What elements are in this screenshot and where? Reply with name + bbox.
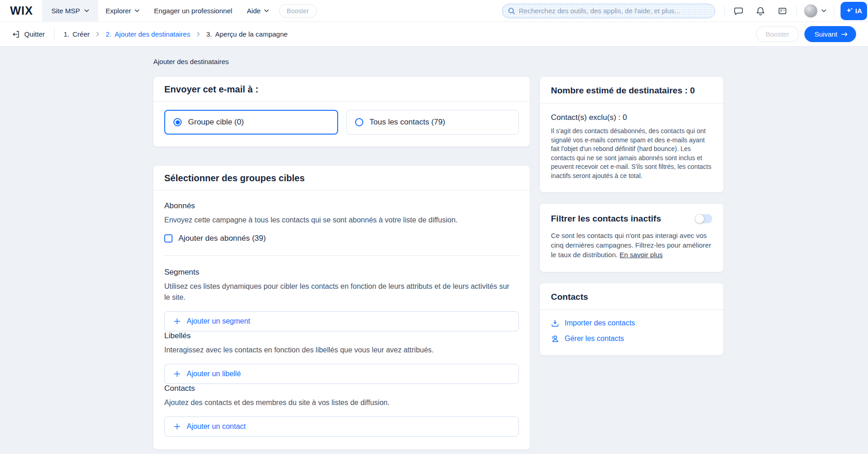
excluded-contacts-count: Contact(s) exclu(s) : 0: [551, 113, 712, 122]
section-title: Segments: [164, 268, 519, 277]
people-icon: [551, 335, 559, 343]
step-add-recipients[interactable]: 2. Ajouter des destinataires: [106, 30, 190, 38]
divider: [724, 5, 725, 16]
filter-inactive-heading: Filtrer les contacts inactifs: [551, 214, 661, 224]
divider: [796, 5, 797, 16]
section-description: Interagissez avec les contacts en foncti…: [164, 345, 512, 356]
radio-unselected-icon: [355, 118, 363, 126]
chevron-down-icon: [821, 9, 826, 12]
campaign-step-bar: Quitter 1. Créer 2. Ajouter des destinat…: [0, 22, 868, 47]
add-subscribers-checkbox-row[interactable]: Ajouter des abonnés (39): [164, 234, 519, 243]
site-menu-label: Site MSP: [51, 7, 80, 15]
radio-selected-icon: [173, 118, 182, 126]
learn-more-link[interactable]: En savoir plus: [620, 251, 663, 259]
estimated-recipients-card: Nombre estimé de destinataires : 0 Conta…: [540, 77, 723, 192]
excluded-contacts-description: Il s'agit des contacts désabonnés, des c…: [551, 127, 712, 180]
step-number: 3.: [206, 30, 212, 38]
toggle-knob: [695, 214, 704, 223]
section-description: Envoyez cette campagne à tous les contac…: [164, 215, 512, 226]
divider: [164, 255, 519, 256]
nav-item-label: Engager un professionnel: [154, 7, 232, 15]
plus-icon: [173, 370, 181, 378]
filter-inactive-description: Ce sont les contacts qui n'ont pas inter…: [551, 231, 712, 259]
booster-button[interactable]: Booster: [756, 26, 799, 42]
chevron-down-icon: [84, 9, 89, 12]
import-contacts-link[interactable]: Importer des contacts: [551, 319, 712, 327]
contacts-heading: Contacts: [551, 292, 712, 302]
add-segment-button[interactable]: Ajouter un segment: [164, 311, 519, 331]
quit-button[interactable]: Quitter: [12, 30, 45, 38]
step-label: Créer: [73, 30, 90, 38]
ai-button[interactable]: IA: [841, 2, 867, 20]
section-subscribers: Abonnés Envoyez cette campagne à tous le…: [164, 201, 519, 243]
search-icon: [508, 7, 515, 15]
search-input[interactable]: [519, 7, 709, 15]
section-title: Libellés: [164, 331, 519, 340]
next-button[interactable]: Suivant: [804, 26, 856, 42]
add-contact-button[interactable]: Ajouter un contact: [164, 416, 519, 437]
divider: [54, 28, 54, 41]
booster-badge[interactable]: Booster: [279, 4, 317, 18]
quit-label: Quitter: [24, 30, 45, 38]
main-content: Ajouter des destinataires Envoyer cet e-…: [0, 47, 868, 449]
recipients-column: Envoyer cet e-mail à : Groupe cible (0) …: [153, 77, 530, 449]
send-to-heading: Envoyer cet e-mail à :: [164, 84, 519, 95]
section-description: Ajoutez des contacts et des membres du s…: [164, 397, 512, 408]
add-button-label: Ajouter un contact: [187, 422, 246, 431]
chevron-right-icon: [197, 32, 200, 37]
sparkle-icon: [846, 7, 853, 15]
contacts-card: Contacts Importer des contacts Gér: [540, 283, 723, 355]
target-groups-card: Sélectionner des groupes cibles Abonnés …: [153, 166, 530, 449]
divider: [834, 5, 834, 16]
section-segments: Segments Utilisez ces listes dynamiques …: [164, 268, 519, 331]
avatar: [804, 4, 818, 18]
account-menu[interactable]: [799, 4, 831, 18]
section-contacts: Contacts Ajoutez des contacts et des mem…: [164, 384, 519, 437]
arrow-right-icon: [841, 32, 848, 37]
chevron-right-icon: [96, 32, 99, 37]
bell-icon[interactable]: [749, 0, 771, 22]
estimated-recipients-heading: Nombre estimé de destinataires : 0: [551, 86, 712, 96]
chat-icon[interactable]: [728, 0, 749, 22]
stepbar-actions: Booster Suivant: [756, 26, 856, 42]
nav-item-help[interactable]: Aide: [240, 0, 276, 22]
import-icon: [551, 319, 559, 327]
topbar-icons: IA: [722, 0, 868, 22]
wix-logo: WIX: [10, 4, 33, 17]
top-nav: Explorer Engager un professionnel Aide: [98, 0, 276, 22]
step-label: Aperçu de la campagne: [215, 30, 287, 38]
section-title: Contacts: [164, 384, 519, 393]
nav-item-label: Explorer: [106, 7, 131, 15]
link-label: Gérer les contacts: [565, 335, 624, 343]
checkbox-unchecked-icon[interactable]: [164, 234, 173, 243]
summary-column: Nombre estimé de destinataires : 0 Conta…: [540, 77, 723, 367]
step-campaign-preview[interactable]: 3. Aperçu de la campagne: [206, 30, 288, 38]
nav-item-label: Aide: [247, 7, 261, 15]
link-label: Importer des contacts: [565, 319, 635, 327]
news-icon[interactable]: [771, 0, 793, 22]
nav-item-hire-professional[interactable]: Engager un professionnel: [147, 0, 240, 22]
manage-contacts-link[interactable]: Gérer les contacts: [551, 335, 712, 343]
step-create[interactable]: 1. Créer: [64, 30, 90, 38]
radio-label: Tous les contacts (79): [370, 118, 445, 127]
nav-item-explorer[interactable]: Explorer: [98, 0, 147, 22]
plus-icon: [173, 423, 181, 430]
plus-icon: [173, 318, 181, 325]
step-number: 2.: [106, 30, 112, 38]
filter-inactive-toggle[interactable]: [695, 214, 712, 223]
add-label-button[interactable]: Ajouter un libellé: [164, 364, 519, 384]
next-button-label: Suivant: [814, 30, 837, 38]
top-bar: WIX Site MSP Explorer Engager un profess…: [0, 0, 868, 22]
send-to-card: Envoyer cet e-mail à : Groupe cible (0) …: [153, 77, 530, 146]
section-title: Abonnés: [164, 201, 519, 211]
target-groups-heading: Sélectionner des groupes cibles: [164, 173, 519, 184]
radio-target-group[interactable]: Groupe cible (0): [164, 110, 338, 135]
chevron-down-icon: [135, 9, 140, 12]
page-title: Ajouter des destinataires: [153, 58, 868, 65]
radio-label: Groupe cible (0): [188, 118, 244, 127]
site-menu[interactable]: Site MSP: [42, 0, 98, 22]
radio-all-contacts[interactable]: Tous les contacts (79): [346, 110, 519, 135]
add-button-label: Ajouter un libellé: [187, 370, 241, 378]
search-bar[interactable]: [502, 4, 715, 18]
filter-inactive-card: Filtrer les contacts inactifs Ce sont le…: [540, 204, 723, 272]
